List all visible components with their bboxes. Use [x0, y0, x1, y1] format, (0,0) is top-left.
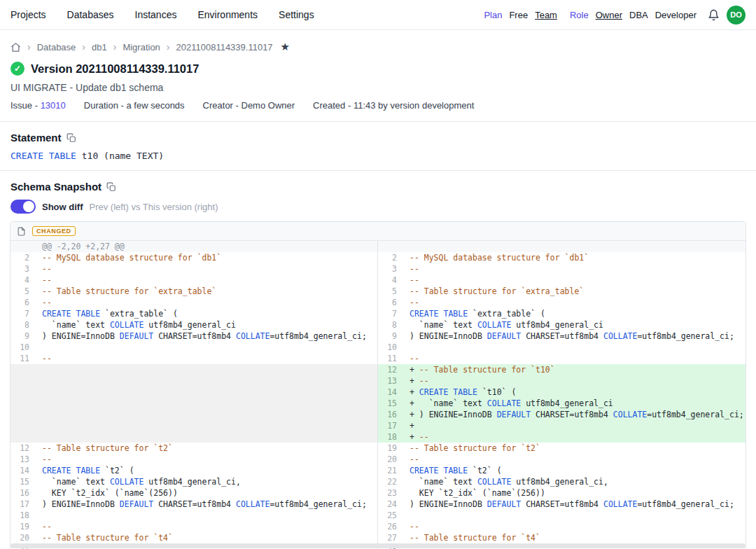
- diff-left-half: 20-- Table structure for `t4`: [10, 532, 378, 543]
- diff-code-left: CREATE TABLE `extra_table` (: [36, 308, 377, 319]
- show-diff-label: Show diff: [42, 202, 83, 212]
- show-diff-toggle[interactable]: [10, 200, 36, 214]
- diff-code-left: --: [36, 274, 377, 286]
- meta-label: Issue -: [10, 100, 41, 111]
- horizontal-scrollbar[interactable]: [10, 543, 746, 548]
- meta-value[interactable]: 13010: [41, 100, 66, 111]
- avatar[interactable]: DO: [727, 6, 746, 25]
- meta-label: Duration -: [84, 100, 127, 111]
- diff-row: 14+ CREATE TABLE `t10` (: [10, 387, 746, 398]
- line-number-left: 5: [10, 286, 36, 297]
- home-icon[interactable]: [10, 42, 21, 53]
- diff-right-half: 26--: [378, 521, 746, 532]
- diff-right-half: 18+ --: [378, 431, 746, 443]
- breadcrumb-separator: ›: [167, 41, 170, 53]
- diff-code-right: -- Table structure for `t4`: [403, 532, 746, 543]
- top-nav: ProjectsDatabasesInstancesEnvironmentsSe…: [0, 0, 756, 30]
- diff-code-right: --: [403, 297, 746, 308]
- diff-right-half: 7CREATE TABLE `extra_table` (: [378, 308, 746, 319]
- diff-code-left: ) ENGINE=InnoDB DEFAULT CHARSET=utf8mb4 …: [36, 331, 377, 342]
- diff-row: 13+ --: [10, 375, 746, 387]
- breadcrumb: ›Database›db1›Migration›20211008114339.1…: [0, 30, 756, 53]
- line-number-right: 25: [378, 510, 403, 521]
- copy-snapshot-icon[interactable]: [106, 182, 116, 192]
- line-number-left: 12: [10, 443, 36, 454]
- diff-code-right: + --: [403, 375, 746, 387]
- breadcrumb-item-migration[interactable]: Migration: [122, 42, 160, 53]
- line-number-left: 13: [10, 454, 36, 465]
- diff-right-half: 3--: [378, 263, 746, 274]
- diff-row: 1825: [10, 510, 746, 521]
- diff-left-half: [10, 398, 378, 409]
- diff-code-right: + -- Table structure for `t10`: [403, 364, 746, 375]
- statement-sql: CREATE TABLE t10 (name TEXT): [0, 151, 756, 171]
- line-number-right: 11: [378, 353, 403, 364]
- diff-right-half: 17+: [378, 420, 746, 431]
- diff-row: 9) ENGINE=InnoDB DEFAULT CHARSET=utf8mb4…: [10, 331, 746, 342]
- meta-value: 11:43 by version development: [354, 100, 474, 111]
- meta-issue: Issue - 13010: [10, 100, 66, 111]
- line-number-left: 15: [10, 476, 36, 487]
- diff-code-left: [36, 510, 377, 521]
- breadcrumb-separator: ›: [27, 41, 31, 53]
- star-icon[interactable]: ★: [281, 41, 290, 53]
- role-owner-link[interactable]: Owner: [596, 10, 622, 20]
- diff-left-half: 16 KEY `t2_idx` (`name`(256)): [10, 487, 378, 499]
- diff-left-half: 7CREATE TABLE `extra_table` (: [10, 308, 378, 319]
- role-developer-link[interactable]: Developer: [655, 10, 696, 20]
- breadcrumb-item-database[interactable]: Database: [37, 42, 76, 53]
- breadcrumb-item-20211008114339.11017[interactable]: 20211008114339.11017: [176, 42, 273, 53]
- copy-statement-icon[interactable]: [66, 133, 76, 143]
- line-number-right: 26: [378, 521, 403, 532]
- plan-current-value: Free: [509, 10, 528, 20]
- diff-left-half: 3--: [10, 263, 378, 274]
- diff-row: 7CREATE TABLE `extra_table` (7CREATE TAB…: [10, 308, 746, 319]
- diff-row: 17+: [10, 420, 746, 431]
- diff-code-right: + ) ENGINE=InnoDB DEFAULT CHARSET=utf8mb…: [403, 409, 746, 420]
- breadcrumb-item-db1[interactable]: db1: [92, 42, 107, 53]
- schema-diff-card: CHANGED @@ -2,20 +2,27 @@ 2-- MySQL data…: [10, 221, 746, 549]
- line-number-left: [10, 409, 36, 420]
- diff-row: 2-- MySQL database structure for `db1`2-…: [10, 252, 746, 263]
- diff-right-half: 5-- Table structure for `extra_table`: [378, 286, 746, 297]
- meta-creator: Creator - Demo Owner: [203, 100, 295, 111]
- diff-left-half: 2-- MySQL database structure for `db1`: [10, 252, 378, 263]
- nav-item-environments[interactable]: Environments: [197, 9, 258, 20]
- diff-row: 6--6--: [10, 297, 746, 308]
- diff-left-half: 12-- Table structure for `t2`: [10, 443, 378, 454]
- line-number-right: 19: [378, 443, 403, 454]
- role-dba-link[interactable]: DBA: [629, 10, 648, 20]
- diff-left-half: 13--: [10, 454, 378, 465]
- diff-row: 17) ENGINE=InnoDB DEFAULT CHARSET=utf8mb…: [10, 499, 746, 510]
- nav-item-databases[interactable]: Databases: [67, 9, 114, 20]
- line-number-right: 24: [378, 499, 403, 510]
- line-number-left: 6: [10, 297, 36, 308]
- diff-code-right: + --: [403, 431, 746, 443]
- line-number-left: 3: [10, 263, 36, 274]
- diff-code-left: --: [36, 297, 377, 308]
- diff-code-right: --: [403, 263, 746, 274]
- line-number-left: [10, 364, 36, 375]
- line-number-left: 18: [10, 510, 36, 521]
- line-number-left: 16: [10, 487, 36, 499]
- diff-left-half: [10, 387, 378, 398]
- diff-code-left: [36, 409, 377, 420]
- nav-item-instances[interactable]: Instances: [135, 9, 177, 20]
- diff-code-left: [36, 342, 377, 353]
- statement-section-heading: Statement: [10, 132, 746, 144]
- plan-team-link[interactable]: Team: [535, 10, 557, 20]
- diff-code-left: [36, 375, 377, 387]
- nav-item-projects[interactable]: Projects: [10, 9, 46, 20]
- role-label: Role: [570, 10, 589, 20]
- diff-left-half: [10, 420, 378, 431]
- line-number-left: [10, 375, 36, 387]
- diff-right-half: 19-- Table structure for `t2`: [378, 443, 746, 454]
- line-number-right: 4: [378, 274, 403, 286]
- line-number-left: 8: [10, 319, 36, 331]
- diff-right-half: 15+ `name` text COLLATE utf8mb4_general_…: [378, 398, 746, 409]
- diff-code-left: CREATE TABLE `t2` (: [36, 465, 377, 476]
- toggle-knob: [23, 201, 34, 212]
- diff-code-left: -- Table structure for `t2`: [36, 443, 377, 454]
- nav-item-settings[interactable]: Settings: [279, 9, 314, 20]
- notification-bell-icon[interactable]: [708, 9, 720, 21]
